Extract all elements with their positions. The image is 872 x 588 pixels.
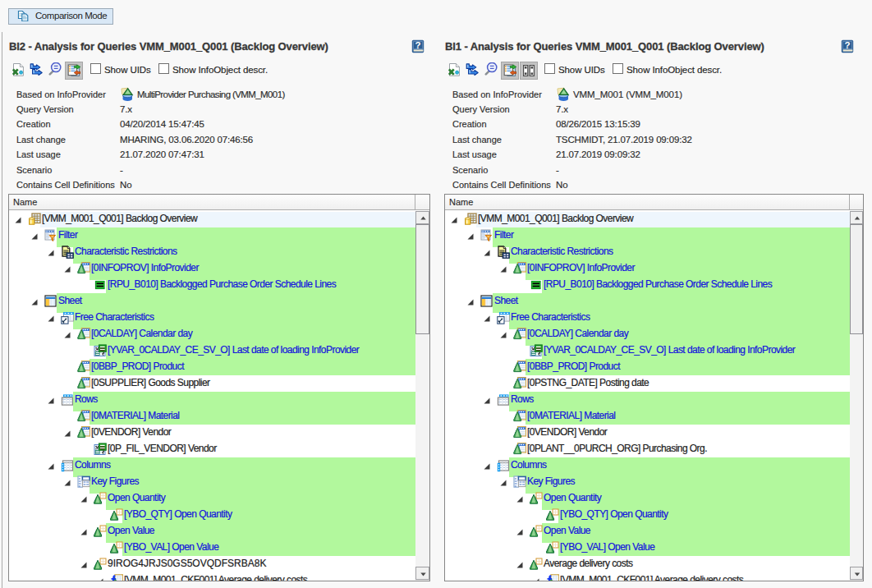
svg-text:?: ? xyxy=(844,40,850,50)
svg-text:?: ? xyxy=(415,40,420,50)
